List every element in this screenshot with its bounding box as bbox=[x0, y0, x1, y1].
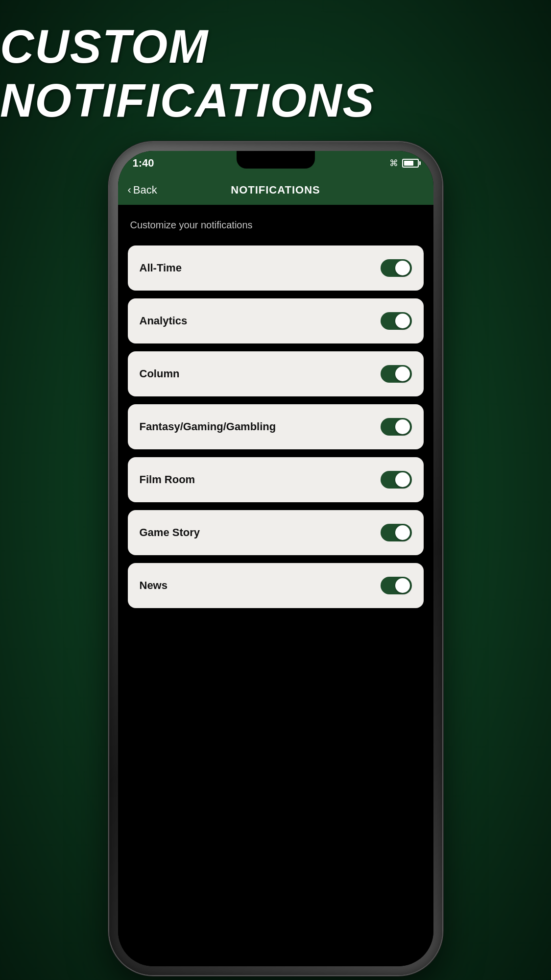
nav-title: NOTIFICATIONS bbox=[231, 184, 320, 196]
content-area: Customize your notifications All-TimeAna… bbox=[118, 205, 433, 966]
toggle-item[interactable]: Fantasy/Gaming/Gambling bbox=[128, 404, 424, 449]
nav-bar: ‹ Back NOTIFICATIONS bbox=[118, 175, 433, 205]
subtitle: Customize your notifications bbox=[128, 220, 424, 231]
toggle-switch[interactable] bbox=[381, 471, 412, 489]
toggle-item[interactable]: News bbox=[128, 563, 424, 608]
status-bar: 1:40 ⌘ bbox=[118, 151, 433, 175]
toggle-knob bbox=[395, 578, 410, 593]
battery-icon bbox=[402, 159, 419, 168]
toggle-item[interactable]: Film Room bbox=[128, 457, 424, 502]
toggle-knob bbox=[395, 367, 410, 381]
toggle-item[interactable]: Column bbox=[128, 351, 424, 396]
phone-screen: 1:40 ⌘ ‹ Back NOTIFICATIONS Customize yo… bbox=[118, 151, 433, 966]
page-title: CUSTOM NOTIFICATIONS bbox=[0, 20, 551, 127]
toggle-switch[interactable] bbox=[381, 577, 412, 594]
toggle-knob bbox=[395, 261, 410, 275]
status-time: 1:40 bbox=[133, 157, 154, 170]
toggle-switch[interactable] bbox=[381, 524, 412, 541]
toggle-switch[interactable] bbox=[381, 418, 412, 436]
status-icons: ⌘ bbox=[389, 158, 419, 169]
toggle-item[interactable]: Analytics bbox=[128, 298, 424, 343]
toggle-knob bbox=[395, 472, 410, 487]
toggle-label: Film Room bbox=[140, 473, 195, 486]
toggle-knob bbox=[395, 314, 410, 328]
toggle-label: Analytics bbox=[140, 315, 188, 327]
notch bbox=[237, 151, 315, 169]
toggle-knob bbox=[395, 525, 410, 540]
battery-fill bbox=[404, 161, 414, 166]
toggle-knob bbox=[395, 419, 410, 434]
toggle-label: All-Time bbox=[140, 262, 182, 274]
toggle-label: News bbox=[140, 579, 168, 592]
toggle-item[interactable]: All-Time bbox=[128, 245, 424, 291]
toggle-list: All-TimeAnalyticsColumnFantasy/Gaming/Ga… bbox=[128, 245, 424, 608]
wifi-icon: ⌘ bbox=[389, 158, 398, 169]
toggle-switch[interactable] bbox=[381, 312, 412, 330]
toggle-label: Column bbox=[140, 368, 180, 380]
toggle-label: Game Story bbox=[140, 526, 200, 539]
toggle-switch[interactable] bbox=[381, 259, 412, 277]
toggle-switch[interactable] bbox=[381, 365, 412, 383]
toggle-item[interactable]: Game Story bbox=[128, 510, 424, 555]
phone-mockup: 1:40 ⌘ ‹ Back NOTIFICATIONS Customize yo… bbox=[109, 142, 442, 975]
back-chevron-icon: ‹ bbox=[128, 184, 131, 196]
back-label[interactable]: Back bbox=[133, 184, 157, 196]
toggle-label: Fantasy/Gaming/Gambling bbox=[140, 420, 276, 433]
back-button[interactable]: ‹ Back bbox=[128, 184, 157, 196]
